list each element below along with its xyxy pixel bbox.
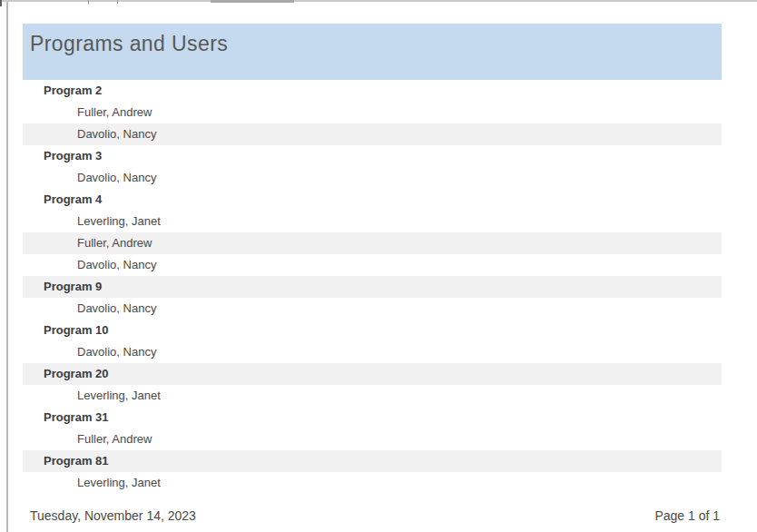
window-top-border <box>0 0 757 2</box>
report-row[interactable]: Davolio, Nancy <box>23 167 722 189</box>
report-body: Program 2 Fuller, Andrew Davolio, Nancy … <box>23 80 722 494</box>
user-name-label: Davolio, Nancy <box>77 258 156 271</box>
report-title: Programs and Users <box>30 30 722 57</box>
user-name-label: Davolio, Nancy <box>77 345 156 359</box>
report-window: Programs and Users Program 2 Fuller, And… <box>0 0 757 532</box>
window-corner-tick <box>0 0 2 6</box>
report-row[interactable]: Leverling, Janet <box>23 211 722 232</box>
report-row[interactable]: Leverling, Janet <box>23 385 722 407</box>
report-row[interactable]: Program 3 <box>23 145 722 167</box>
user-name-label: Leverling, Janet <box>77 476 161 489</box>
report-row[interactable]: Program 4 <box>23 189 722 211</box>
tab-divider-tick <box>117 0 118 4</box>
user-name-label: Davolio, Nancy <box>77 301 156 315</box>
programs-and-users-report: Programs and Users Program 2 Fuller, And… <box>23 24 722 527</box>
report-row[interactable]: Fuller, Andrew <box>23 102 722 123</box>
report-row[interactable]: Fuller, Andrew <box>23 429 722 450</box>
program-group-label: Program 31 <box>44 410 109 424</box>
report-row[interactable]: Program 10 <box>23 320 722 341</box>
program-group-label: Program 4 <box>44 192 102 206</box>
user-name-label: Davolio, Nancy <box>77 127 156 141</box>
report-row[interactable]: Davolio, Nancy <box>23 298 722 320</box>
tab-divider-tick <box>88 0 89 5</box>
user-name-label: Davolio, Nancy <box>77 171 156 184</box>
program-group-label: Program 9 <box>44 280 102 293</box>
program-group-label: Program 2 <box>44 84 102 97</box>
report-row[interactable]: Davolio, Nancy <box>23 341 722 363</box>
report-row[interactable]: Fuller, Andrew <box>23 232 722 254</box>
user-name-label: Fuller, Andrew <box>77 105 152 119</box>
report-header-band: Programs and Users <box>23 24 722 80</box>
program-group-label: Program 81 <box>44 454 109 468</box>
user-name-label: Fuller, Andrew <box>77 432 152 446</box>
user-name-label: Leverling, Janet <box>77 389 161 402</box>
window-left-border <box>6 2 8 532</box>
page-number-text: Page 1 of 1 <box>654 508 720 523</box>
active-tab-bottom-edge <box>211 0 294 3</box>
report-page-footer: Tuesday, November 14, 2023 Page 1 of 1 <box>23 505 722 527</box>
report-row[interactable]: Program 81 <box>23 450 722 472</box>
report-row[interactable]: Program 9 <box>23 276 722 298</box>
report-row[interactable]: Davolio, Nancy <box>23 123 722 145</box>
report-row[interactable]: Leverling, Janet <box>23 472 722 494</box>
report-row[interactable]: Davolio, Nancy <box>23 254 722 276</box>
user-name-label: Leverling, Janet <box>77 214 161 228</box>
user-name-label: Fuller, Andrew <box>77 236 152 250</box>
report-date-text: Tuesday, November 14, 2023 <box>30 508 196 523</box>
program-group-label: Program 3 <box>44 149 102 163</box>
report-row[interactable]: Program 31 <box>23 407 722 429</box>
report-row[interactable]: Program 2 <box>23 80 722 102</box>
report-row[interactable]: Program 20 <box>23 363 722 385</box>
program-group-label: Program 10 <box>44 323 109 337</box>
program-group-label: Program 20 <box>44 367 109 380</box>
